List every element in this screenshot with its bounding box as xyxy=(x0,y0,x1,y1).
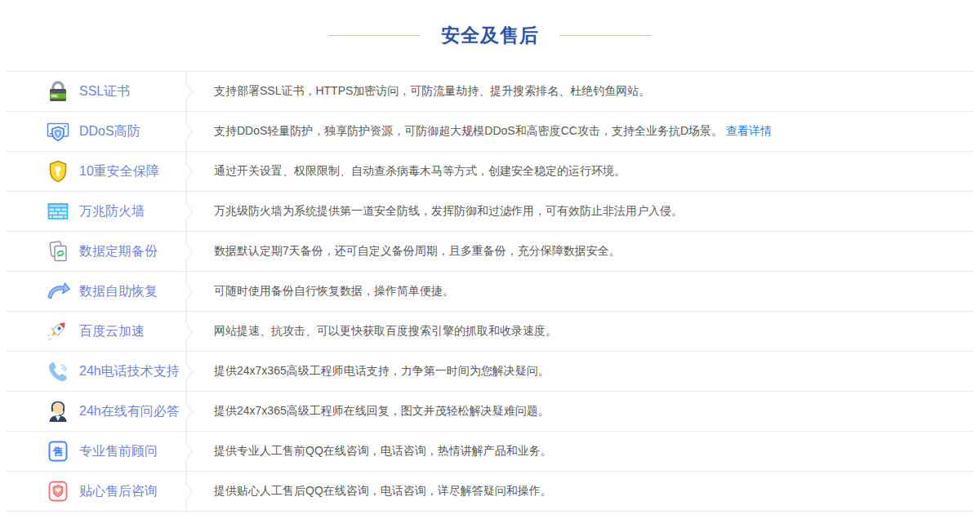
svg-text:SSL: SSL xyxy=(51,95,58,98)
column-divider-chevron xyxy=(185,232,195,272)
column-divider-chevron xyxy=(185,272,195,312)
feature-icon-cell xyxy=(7,118,71,144)
feature-description: 数据默认定期7天备份，还可自定义备份周期，且多重备份，充分保障数据安全。 xyxy=(195,244,973,259)
feature-description-text: 网站提速、抗攻击、可以更快获取百度搜索引擎的抓取和收录速度。 xyxy=(214,324,557,337)
feature-icon-cell xyxy=(7,278,71,304)
feature-icon-cell: SSL xyxy=(7,78,71,104)
feature-description: 提供专业人工售前QQ在线咨询，电话咨询，热情讲解产品和业务。 xyxy=(195,444,973,459)
phone-icon xyxy=(45,358,71,384)
feature-title: 万兆防火墙 xyxy=(71,203,185,220)
feature-title: DDoS高防 xyxy=(71,123,185,140)
feature-description-text: 可随时使用备份自行恢复数据，操作简单便捷。 xyxy=(214,284,454,297)
feature-description-text: 支持DDoS轻量防护，独享防护资源，可防御超大规模DDoS和高密度CC攻击，支持… xyxy=(214,124,723,137)
feature-row: 万兆防火墙 万兆级防火墙为系统提供第一道安全防线，发挥防御和过滤作用，可有效防止… xyxy=(7,192,973,232)
feature-description-text: 提供专业人工售前QQ在线咨询，电话咨询，热情讲解产品和业务。 xyxy=(214,444,552,457)
detail-link[interactable]: 查看详情 xyxy=(726,124,772,137)
feature-description: 提供24x7x365高级工程师在线回复，图文并茂轻松解决疑难问题。 xyxy=(195,404,973,419)
feature-row: 数据自助恢复 可随时使用备份自行恢复数据，操作简单便捷。 xyxy=(7,272,973,312)
feature-description: 万兆级防火墙为系统提供第一道安全防线，发挥防御和过滤作用，可有效防止非法用户入侵… xyxy=(195,204,973,219)
feature-description-text: 数据默认定期7天备份，还可自定义备份周期，且多重备份，充分保障数据安全。 xyxy=(214,244,621,257)
feature-description-text: 提供贴心人工售后QQ在线咨询，电话咨询，详尽解答疑问和操作。 xyxy=(214,484,552,497)
feature-description: 提供24x7x365高级工程师电话支持，力争第一时间为您解决疑问。 xyxy=(195,364,973,379)
feature-row: 10重安全保障 通过开关设置、权限限制、自动查杀病毒木马等方式，创建安全稳定的运… xyxy=(7,152,973,192)
feature-icon-cell xyxy=(7,478,71,504)
feature-row: 百度云加速 网站提速、抗攻击、可以更快获取百度搜索引擎的抓取和收录速度。 xyxy=(7,312,973,352)
feature-title: 10重安全保障 xyxy=(71,163,185,180)
presale-icon: 售 xyxy=(45,438,71,464)
feature-title: 数据自助恢复 xyxy=(71,283,185,300)
feature-description-text: 万兆级防火墙为系统提供第一道安全防线，发挥防御和过滤作用，可有效防止非法用户入侵… xyxy=(214,204,683,217)
column-divider-chevron xyxy=(185,432,195,472)
feature-description: 网站提速、抗攻击、可以更快获取百度搜索引擎的抓取和收录速度。 xyxy=(195,324,973,339)
column-divider-chevron xyxy=(185,112,195,152)
feature-title: 数据定期备份 xyxy=(71,243,185,260)
page-title: 安全及售后 xyxy=(441,23,539,48)
feature-icon-cell xyxy=(7,318,71,344)
feature-title: 24h在线有问必答 xyxy=(71,403,185,420)
feature-description: 支持部署SSL证书，HTTPS加密访问，可防流量劫持、提升搜索排名、杜绝钓鱼网站… xyxy=(195,84,973,99)
feature-row: 24h在线有问必答 提供24x7x365高级工程师在线回复，图文并茂轻松解决疑难… xyxy=(7,392,973,432)
feature-description-text: 提供24x7x365高级工程师在线回复，图文并茂轻松解决疑难问题。 xyxy=(214,404,550,417)
feature-title: SSL证书 xyxy=(71,83,185,100)
section-header: 安全及售后 xyxy=(0,0,980,71)
feature-description: 支持DDoS轻量防护，独享防护资源，可防御超大规模DDoS和高密度CC攻击，支持… xyxy=(195,124,973,139)
feature-title: 专业售前顾问 xyxy=(71,443,185,460)
feature-title: 贴心售后咨询 xyxy=(71,483,185,500)
feature-description-text: 提供24x7x365高级工程师电话支持，力争第一时间为您解决疑问。 xyxy=(214,364,550,377)
column-divider-chevron xyxy=(185,352,195,392)
feature-icon-cell xyxy=(7,158,71,184)
feature-row: 售 专业售前顾问 提供专业人工售前QQ在线咨询，电话咨询，热情讲解产品和业务。 xyxy=(7,432,973,472)
restore-arrow-icon xyxy=(45,278,71,304)
ddos-shield-icon xyxy=(45,118,71,144)
column-divider-chevron xyxy=(185,392,195,432)
feature-description-text: 支持部署SSL证书，HTTPS加密访问，可防流量劫持、提升搜索排名、杜绝钓鱼网站… xyxy=(214,84,650,97)
feature-icon-cell xyxy=(7,398,71,424)
shield-keyhole-icon xyxy=(45,158,71,184)
column-divider-chevron xyxy=(185,472,195,512)
title-right-line xyxy=(560,35,652,36)
feature-description: 提供贴心人工售后QQ在线咨询，电话咨询，详尽解答疑问和操作。 xyxy=(195,484,973,499)
feature-icon-cell xyxy=(7,358,71,384)
backup-icon xyxy=(45,238,71,264)
firewall-icon xyxy=(45,198,71,224)
ssl-lock-icon: SSL xyxy=(45,78,71,104)
feature-row: DDoS高防 支持DDoS轻量防护，独享防护资源，可防御超大规模DDoS和高密度… xyxy=(7,112,973,152)
feature-icon-cell xyxy=(7,198,71,224)
feature-row: 数据定期备份 数据默认定期7天备份，还可自定义备份周期，且多重备份，充分保障数据… xyxy=(7,232,973,272)
feature-description: 通过开关设置、权限限制、自动查杀病毒木马等方式，创建安全稳定的运行环境。 xyxy=(195,164,973,179)
feature-icon-cell xyxy=(7,238,71,264)
column-divider-chevron xyxy=(185,192,195,232)
svg-text:售: 售 xyxy=(52,446,64,458)
feature-row: SSL SSL证书 支持部署SSL证书，HTTPS加密访问，可防流量劫持、提升搜… xyxy=(7,72,973,112)
agent-icon xyxy=(45,398,71,424)
feature-icon-cell: 售 xyxy=(7,438,71,464)
aftersale-icon xyxy=(45,478,71,504)
feature-title: 百度云加速 xyxy=(71,323,185,340)
feature-description-text: 通过开关设置、权限限制、自动查杀病毒木马等方式，创建安全稳定的运行环境。 xyxy=(214,164,626,177)
feature-description: 可随时使用备份自行恢复数据，操作简单便捷。 xyxy=(195,284,973,299)
feature-title: 24h电话技术支持 xyxy=(71,363,185,380)
feature-row: 24h电话技术支持 提供24x7x365高级工程师电话支持，力争第一时间为您解决… xyxy=(7,352,973,392)
column-divider-chevron xyxy=(185,72,195,112)
rocket-icon xyxy=(45,318,71,344)
title-left-line xyxy=(328,35,420,36)
feature-row: 贴心售后咨询 提供贴心人工售后QQ在线咨询，电话咨询，详尽解答疑问和操作。 xyxy=(7,472,973,512)
feature-table: SSL SSL证书 支持部署SSL证书，HTTPS加密访问，可防流量劫持、提升搜… xyxy=(7,71,973,512)
column-divider-chevron xyxy=(185,152,195,192)
column-divider-chevron xyxy=(185,312,195,352)
